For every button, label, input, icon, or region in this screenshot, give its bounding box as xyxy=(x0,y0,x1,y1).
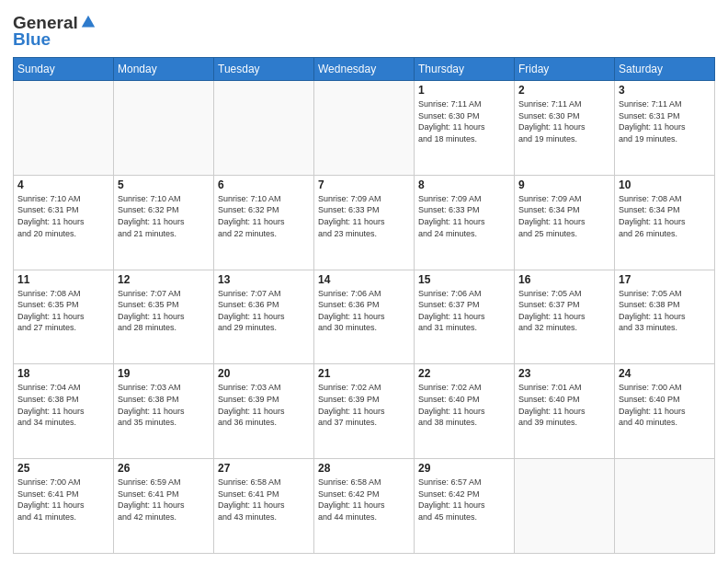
calendar-cell: 8Sunrise: 7:09 AM Sunset: 6:33 PM Daylig… xyxy=(415,175,515,270)
calendar-cell: 13Sunrise: 7:07 AM Sunset: 6:36 PM Dayli… xyxy=(214,270,314,364)
day-number: 27 xyxy=(218,462,310,475)
day-info: Sunrise: 7:10 AM Sunset: 6:31 PM Dayligh… xyxy=(17,193,109,239)
logo-icon xyxy=(80,14,97,30)
calendar-cell: 23Sunrise: 7:01 AM Sunset: 6:40 PM Dayli… xyxy=(515,364,615,459)
day-info: Sunrise: 7:05 AM Sunset: 6:38 PM Dayligh… xyxy=(619,288,711,334)
calendar-table: SundayMondayTuesdayWednesdayThursdayFrid… xyxy=(13,57,715,554)
calendar-cell: 26Sunrise: 6:59 AM Sunset: 6:41 PM Dayli… xyxy=(114,459,214,554)
day-info: Sunrise: 7:09 AM Sunset: 6:33 PM Dayligh… xyxy=(418,193,510,239)
day-info: Sunrise: 7:09 AM Sunset: 6:34 PM Dayligh… xyxy=(518,193,610,239)
calendar-cell xyxy=(14,81,114,176)
day-number: 13 xyxy=(218,273,310,286)
day-number: 28 xyxy=(318,462,410,475)
calendar-cell: 2Sunrise: 7:11 AM Sunset: 6:30 PM Daylig… xyxy=(515,81,615,176)
day-number: 11 xyxy=(17,273,109,286)
weekday-header: Sunday xyxy=(14,58,114,81)
weekday-header: Friday xyxy=(515,58,615,81)
calendar-cell: 22Sunrise: 7:02 AM Sunset: 6:40 PM Dayli… xyxy=(415,364,515,459)
calendar-cell: 5Sunrise: 7:10 AM Sunset: 6:32 PM Daylig… xyxy=(114,175,214,270)
calendar-cell: 1Sunrise: 7:11 AM Sunset: 6:30 PM Daylig… xyxy=(415,81,515,176)
calendar-cell: 28Sunrise: 6:58 AM Sunset: 6:42 PM Dayli… xyxy=(314,459,415,554)
day-number: 29 xyxy=(418,462,510,475)
calendar-cell: 12Sunrise: 7:07 AM Sunset: 6:35 PM Dayli… xyxy=(114,270,214,364)
calendar-cell xyxy=(114,81,214,176)
calendar-cell: 11Sunrise: 7:08 AM Sunset: 6:35 PM Dayli… xyxy=(14,270,114,364)
day-number: 24 xyxy=(619,367,711,380)
day-number: 9 xyxy=(518,178,610,191)
day-info: Sunrise: 7:02 AM Sunset: 6:40 PM Dayligh… xyxy=(418,382,510,428)
day-info: Sunrise: 6:59 AM Sunset: 6:41 PM Dayligh… xyxy=(118,477,210,523)
day-info: Sunrise: 6:57 AM Sunset: 6:42 PM Dayligh… xyxy=(418,477,510,523)
day-number: 6 xyxy=(218,178,310,191)
calendar-cell: 27Sunrise: 6:58 AM Sunset: 6:41 PM Dayli… xyxy=(214,459,314,554)
calendar-cell: 24Sunrise: 7:00 AM Sunset: 6:40 PM Dayli… xyxy=(615,364,715,459)
weekday-header: Wednesday xyxy=(314,58,415,81)
day-number: 15 xyxy=(418,273,510,286)
day-info: Sunrise: 7:06 AM Sunset: 6:37 PM Dayligh… xyxy=(418,288,510,334)
calendar-week-row: 25Sunrise: 7:00 AM Sunset: 6:41 PM Dayli… xyxy=(14,459,715,554)
day-info: Sunrise: 7:02 AM Sunset: 6:39 PM Dayligh… xyxy=(318,382,410,428)
calendar-cell xyxy=(515,459,615,554)
calendar-cell: 19Sunrise: 7:03 AM Sunset: 6:38 PM Dayli… xyxy=(114,364,214,459)
day-info: Sunrise: 7:11 AM Sunset: 6:30 PM Dayligh… xyxy=(418,98,510,144)
day-info: Sunrise: 7:07 AM Sunset: 6:36 PM Dayligh… xyxy=(218,288,310,334)
calendar-cell: 18Sunrise: 7:04 AM Sunset: 6:38 PM Dayli… xyxy=(14,364,114,459)
day-info: Sunrise: 7:08 AM Sunset: 6:35 PM Dayligh… xyxy=(17,288,109,334)
header: General Blue xyxy=(13,9,715,50)
day-info: Sunrise: 7:07 AM Sunset: 6:35 PM Dayligh… xyxy=(118,288,210,334)
day-number: 12 xyxy=(118,273,210,286)
day-info: Sunrise: 7:10 AM Sunset: 6:32 PM Dayligh… xyxy=(118,193,210,239)
calendar-cell: 14Sunrise: 7:06 AM Sunset: 6:36 PM Dayli… xyxy=(314,270,415,364)
calendar-cell: 20Sunrise: 7:03 AM Sunset: 6:39 PM Dayli… xyxy=(214,364,314,459)
calendar-cell xyxy=(314,81,415,176)
calendar-cell: 17Sunrise: 7:05 AM Sunset: 6:38 PM Dayli… xyxy=(615,270,715,364)
day-number: 19 xyxy=(118,367,210,380)
weekday-header: Thursday xyxy=(415,58,515,81)
day-info: Sunrise: 7:03 AM Sunset: 6:38 PM Dayligh… xyxy=(118,382,210,428)
day-info: Sunrise: 7:03 AM Sunset: 6:39 PM Dayligh… xyxy=(218,382,310,428)
day-number: 20 xyxy=(218,367,310,380)
day-number: 14 xyxy=(318,273,410,286)
day-number: 2 xyxy=(518,84,610,97)
calendar-week-row: 11Sunrise: 7:08 AM Sunset: 6:35 PM Dayli… xyxy=(14,270,715,364)
day-info: Sunrise: 7:00 AM Sunset: 6:41 PM Dayligh… xyxy=(17,477,109,523)
day-info: Sunrise: 6:58 AM Sunset: 6:41 PM Dayligh… xyxy=(218,477,310,523)
calendar-cell: 9Sunrise: 7:09 AM Sunset: 6:34 PM Daylig… xyxy=(515,175,615,270)
calendar-cell: 7Sunrise: 7:09 AM Sunset: 6:33 PM Daylig… xyxy=(314,175,415,270)
calendar-cell: 3Sunrise: 7:11 AM Sunset: 6:31 PM Daylig… xyxy=(615,81,715,176)
day-info: Sunrise: 7:06 AM Sunset: 6:36 PM Dayligh… xyxy=(318,288,410,334)
day-number: 10 xyxy=(619,178,711,191)
day-info: Sunrise: 7:10 AM Sunset: 6:32 PM Dayligh… xyxy=(218,193,310,239)
calendar-cell: 15Sunrise: 7:06 AM Sunset: 6:37 PM Dayli… xyxy=(415,270,515,364)
day-info: Sunrise: 7:09 AM Sunset: 6:33 PM Dayligh… xyxy=(318,193,410,239)
day-number: 8 xyxy=(418,178,510,191)
day-number: 26 xyxy=(118,462,210,475)
calendar-cell: 10Sunrise: 7:08 AM Sunset: 6:34 PM Dayli… xyxy=(615,175,715,270)
day-info: Sunrise: 7:01 AM Sunset: 6:40 PM Dayligh… xyxy=(518,382,610,428)
calendar-cell: 4Sunrise: 7:10 AM Sunset: 6:31 PM Daylig… xyxy=(14,175,114,270)
day-number: 22 xyxy=(418,367,510,380)
calendar-cell: 16Sunrise: 7:05 AM Sunset: 6:37 PM Dayli… xyxy=(515,270,615,364)
day-number: 25 xyxy=(17,462,109,475)
day-number: 21 xyxy=(318,367,410,380)
calendar-week-row: 18Sunrise: 7:04 AM Sunset: 6:38 PM Dayli… xyxy=(14,364,715,459)
svg-marker-0 xyxy=(82,16,95,28)
calendar-cell: 25Sunrise: 7:00 AM Sunset: 6:41 PM Dayli… xyxy=(14,459,114,554)
day-number: 18 xyxy=(17,367,109,380)
day-number: 16 xyxy=(518,273,610,286)
calendar-week-row: 1Sunrise: 7:11 AM Sunset: 6:30 PM Daylig… xyxy=(14,81,715,176)
day-number: 3 xyxy=(619,84,711,97)
day-info: Sunrise: 7:08 AM Sunset: 6:34 PM Dayligh… xyxy=(619,193,711,239)
calendar-week-row: 4Sunrise: 7:10 AM Sunset: 6:31 PM Daylig… xyxy=(14,175,715,270)
day-number: 17 xyxy=(619,273,711,286)
day-info: Sunrise: 7:04 AM Sunset: 6:38 PM Dayligh… xyxy=(17,382,109,428)
weekday-header: Saturday xyxy=(615,58,715,81)
logo: General Blue xyxy=(13,13,97,50)
day-info: Sunrise: 7:11 AM Sunset: 6:30 PM Dayligh… xyxy=(518,98,610,144)
calendar-cell: 29Sunrise: 6:57 AM Sunset: 6:42 PM Dayli… xyxy=(415,459,515,554)
calendar-cell: 21Sunrise: 7:02 AM Sunset: 6:39 PM Dayli… xyxy=(314,364,415,459)
day-number: 23 xyxy=(518,367,610,380)
day-number: 1 xyxy=(418,84,510,97)
weekday-header: Monday xyxy=(114,58,214,81)
weekday-header: Tuesday xyxy=(214,58,314,81)
